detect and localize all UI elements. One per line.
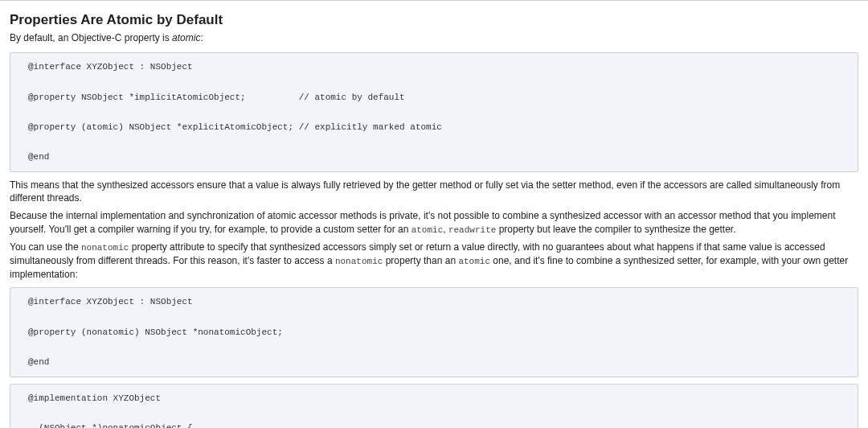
paragraph-warning: Because the internal implementation and … bbox=[10, 209, 858, 236]
document-content: Properties Are Atomic by Default By defa… bbox=[0, 1, 868, 428]
intro-emphasis: atomic bbox=[172, 32, 200, 43]
intro-paragraph: By default, an Objective-C property is a… bbox=[10, 31, 858, 44]
paragraph-nonatomic: You can use the nonatomic property attri… bbox=[10, 241, 858, 281]
text: property but leave the compiler to synth… bbox=[496, 224, 735, 235]
code-readwrite: readwrite bbox=[448, 225, 496, 235]
intro-suffix: : bbox=[200, 32, 203, 43]
code-atomic-2: atomic bbox=[458, 257, 490, 266]
code-nonatomic: nonatomic bbox=[81, 243, 129, 253]
paragraph-synthesized: This means that the synthesized accessor… bbox=[10, 179, 858, 204]
code-block-implementation: @implementation XYZObject - (NSObject *)… bbox=[10, 384, 858, 428]
code-nonatomic-2: nonatomic bbox=[335, 257, 383, 266]
code-atomic: atomic bbox=[411, 225, 444, 235]
text: , bbox=[443, 224, 448, 235]
text: You can use the bbox=[10, 241, 81, 253]
section-heading: Properties Are Atomic by Default bbox=[10, 12, 858, 28]
code-block-interface-atomic: @interface XYZObject : NSObject @propert… bbox=[10, 52, 858, 172]
code-block-interface-nonatomic: @interface XYZObject : NSObject @propert… bbox=[10, 287, 858, 377]
intro-text: By default, an Objective-C property is bbox=[10, 32, 172, 43]
text: property than an bbox=[383, 255, 458, 266]
